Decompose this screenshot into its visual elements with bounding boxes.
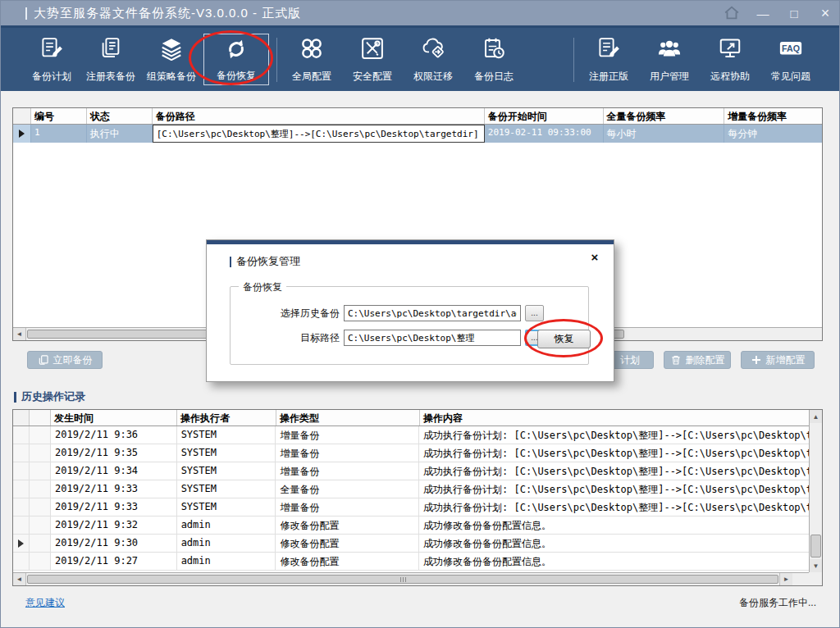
col-header-inc-freq[interactable]: 增量备份频率 [724, 108, 822, 124]
target-path-input[interactable] [344, 330, 521, 346]
toolbar-item-backup-log[interactable]: 备份日志 [464, 34, 523, 85]
history-backup-input[interactable] [344, 305, 521, 321]
col-header-path[interactable]: 备份路径 [153, 108, 485, 124]
history-vscrollbar: ▲ ▼ [809, 410, 822, 572]
history-row[interactable]: 2019/2/11 9:35 SYSTEM 增量备份 成功执行备份计划: [C:… [13, 444, 809, 462]
cell-time: 2019/2/11 9:30 [51, 535, 177, 552]
cell-actor: admin [177, 535, 276, 552]
cell-type: 修改备份配置 [276, 535, 419, 552]
toolbar-item-global-config[interactable]: 全局配置 [282, 34, 341, 85]
cell-actor: SYSTEM [177, 498, 276, 516]
cell-path[interactable]: [C:\Users\pc\Desktop\整理]-->[C:\Users\pc\… [153, 125, 485, 143]
remote-monitor-icon [718, 36, 742, 64]
hscroll-thumb[interactable] [27, 575, 778, 584]
table-row-selected[interactable]: 1 执行中 [C:\Users\pc\Desktop\整理]-->[C:\Use… [13, 125, 822, 143]
add-config-button[interactable]: 新增配置 [741, 351, 815, 369]
history-table: 发生时间 操作执行者 操作类型 操作内容 2019/2/11 9:36 SYST… [12, 409, 823, 586]
annotation-ellipse-backup-restore [189, 30, 273, 85]
history-table-body: 2019/2/11 9:36 SYSTEM 增量备份 成功执行备份计划: [C:… [13, 426, 809, 572]
cell-status: 执行中 [87, 125, 153, 143]
cell-content: 成功修改备份备份配置信息。 [419, 517, 809, 534]
scroll-up-arrow[interactable]: ▲ [810, 410, 822, 423]
grid-circles-icon [299, 36, 324, 64]
toolbar-item-faq[interactable]: FAQ 常见问题 [761, 34, 820, 85]
app-window: { "colors": { "titlebar_bg": "#8C9CB4", … [0, 0, 840, 628]
history-row[interactable]: 2019/2/11 9:33 SYSTEM 全量备份 成功执行备份计划: [C:… [13, 480, 809, 498]
cell-time: 2019/2/11 9:35 [51, 444, 177, 462]
history-row[interactable]: 2019/2/11 9:34 SYSTEM 增量备份 成功执行备份计划: [C:… [13, 462, 809, 480]
row-indicator-header [30, 410, 51, 425]
toolbar-item-label: 组策略备份 [147, 70, 196, 84]
scroll-down-arrow[interactable]: ▼ [810, 559, 822, 572]
history-row[interactable]: 2019/2/11 9:36 SYSTEM 增量备份 成功执行备份计划: [C:… [13, 426, 809, 444]
col-header-id[interactable]: 编号 [31, 108, 87, 124]
cell-actor: admin [177, 517, 276, 534]
cell-content: 成功修改备份备份配置信息。 [419, 553, 809, 570]
col-header-time[interactable]: 发生时间 [51, 410, 177, 425]
scroll-right-arrow[interactable]: ► [779, 573, 792, 585]
toolbar-item-security-config[interactable]: 安全配置 [343, 34, 402, 85]
delete-config-button[interactable]: 删除配置 [664, 351, 731, 369]
history-row[interactable]: 2019/2/11 9:32 admin 修改备份配置 成功修改备份备份配置信息… [13, 517, 809, 535]
toolbar-item-user-management[interactable]: 用户管理 [640, 34, 699, 85]
history-hscrollbar: ◄ ► [13, 572, 810, 585]
cell-content: 成功执行备份计划: [C:\Users\pc\Desktop\整理]-->[C:… [419, 462, 809, 480]
main-toolbar: 备份计划 注册表备份 组策略备份 [1, 28, 840, 91]
minimize-button[interactable]: — [754, 4, 772, 22]
toolbar-item-register-genuine[interactable]: 注册正版 [579, 34, 638, 85]
history-table-header: 发生时间 操作执行者 操作类型 操作内容 [13, 410, 822, 426]
toolbar-item-label: 备份日志 [474, 70, 514, 84]
cell-actor: SYSTEM [177, 444, 276, 462]
cell-actor: SYSTEM [177, 426, 276, 444]
toolbar-divider [573, 38, 574, 82]
users-icon [657, 36, 682, 64]
scroll-left-arrow[interactable]: ◄ [13, 328, 26, 340]
register-doc-icon [596, 36, 621, 64]
toolbar-item-backup-plan[interactable]: 备份计划 [22, 34, 81, 85]
row-selector-cell [13, 125, 31, 143]
current-row-arrow-icon [18, 539, 24, 548]
dialog-close-icon[interactable]: × [587, 249, 602, 264]
col-header-status[interactable]: 状态 [87, 108, 153, 124]
backup-now-button[interactable]: 立即备份 [27, 351, 103, 369]
col-header-start-time[interactable]: 备份开始时间 [485, 108, 604, 124]
col-header-full-freq[interactable]: 全量备份频率 [604, 108, 725, 124]
col-header-actor[interactable]: 操作执行者 [177, 410, 276, 425]
row-selector-header [13, 410, 30, 425]
documents-icon [98, 36, 123, 64]
vscroll-thumb[interactable] [810, 535, 821, 557]
history-row-current[interactable]: 2019/2/11 9:30 admin 修改备份配置 成功修改备份备份配置信息… [13, 535, 809, 553]
col-header-content[interactable]: 操作内容 [420, 410, 810, 425]
feedback-link[interactable]: 意见建议 [25, 596, 65, 610]
layers-icon [159, 36, 184, 64]
toolbar-divider [276, 38, 277, 82]
cell-inc-freq: 每分钟 [724, 125, 822, 143]
cell-actor: SYSTEM [177, 480, 276, 498]
backup-restore-dialog: 备份恢复管理 × 备份恢复 选择历史备份 ... 目标路径 ... 恢复 [206, 239, 614, 382]
close-button[interactable]: × [816, 4, 834, 22]
toolbar-item-permission-migration[interactable]: 权限迁移 [404, 34, 463, 85]
browse-history-button[interactable]: ... [525, 305, 544, 321]
cell-id: 1 [31, 125, 87, 143]
toolbar-item-remote-assistance[interactable]: 远程协助 [701, 34, 760, 85]
target-path-field-row: 目标路径 ... [231, 330, 544, 346]
toolbar-item-label: 用户管理 [650, 70, 689, 84]
toolbar-item-label: 远程协助 [710, 70, 750, 84]
groupbox-legend: 备份恢复 [239, 280, 286, 294]
col-header-type[interactable]: 操作类型 [276, 410, 420, 425]
window-controls: — □ × [723, 1, 834, 25]
toolbar-item-registry-backup[interactable]: 注册表备份 [81, 34, 140, 85]
history-row[interactable]: 2019/2/11 9:33 SYSTEM 增量备份 成功执行备份计划: [C:… [13, 498, 809, 517]
window-title: 大势至服务器文件备份系统-V3.0.0.0 - 正式版 [34, 6, 301, 21]
toolbar-item-label: 权限迁移 [413, 70, 453, 84]
toolbar-item-label: 注册正版 [589, 70, 628, 84]
home-icon[interactable] [723, 4, 741, 22]
cell-type: 增量备份 [276, 426, 419, 444]
cell-time: 2019/2/11 9:36 [51, 426, 177, 444]
scroll-left-arrow[interactable]: ◄ [13, 573, 26, 585]
maximize-button[interactable]: □ [785, 4, 803, 22]
doc-pencil-icon [39, 36, 64, 64]
service-status-text: 备份服务工作中... [739, 596, 816, 610]
history-row[interactable]: 2019/2/11 9:27 admin 修改备份配置 成功修改备份备份配置信息… [13, 553, 809, 571]
add-config-label: 新增配置 [766, 353, 806, 367]
